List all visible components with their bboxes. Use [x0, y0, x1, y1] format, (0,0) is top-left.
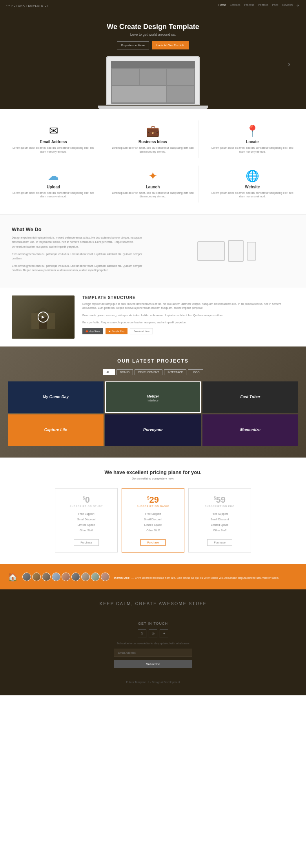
avatar-3 [42, 573, 51, 581]
feature-website-title: Website [211, 185, 294, 189]
portfolio-content: OUR LATEST PROJECTS ALL BRAND DEVELOPMEN… [8, 358, 298, 446]
portfolio-item-capturelife[interactable]: Capture Life [8, 414, 104, 446]
hero-buttons: Experience More Look At Our Portfolio [8, 41, 298, 49]
googleplay-button[interactable]: ▶ Google Play [106, 328, 128, 334]
portfolio-label-purvoyour: Purvoyour [143, 428, 163, 432]
feature-launch-title: Launch [111, 185, 194, 189]
purchase-basic-button[interactable]: Purchase [140, 539, 166, 546]
portfolio-filters: ALL BRAND DEVELOPMENT INTERFACE LOGO [8, 369, 298, 375]
testimonial-name: Kevin Doe [114, 576, 129, 580]
price-amount-study: $0 [59, 495, 113, 505]
avatar-1 [22, 573, 31, 581]
portfolio-item-fasttuber[interactable]: Fast Tuber [202, 381, 298, 413]
avatar-8 [91, 573, 100, 581]
pricing-plan-basic: $29 SUBSCRIPTION BASIC Free Support Smal… [122, 488, 184, 553]
phone-device [247, 242, 256, 261]
portfolio-section: OUR LATEST PROJECTS ALL BRAND DEVELOPMEN… [0, 346, 306, 458]
devices-mockup [159, 226, 294, 275]
portfolio-item-momentize[interactable]: Momentize [202, 414, 298, 446]
filter-development[interactable]: DEVELOPMENT [135, 369, 162, 375]
pricing-subtitle: Do something completely new. [8, 477, 298, 480]
hero-title: We Create Design Template [8, 23, 298, 31]
portfolio-label-momentize: Momentize [240, 428, 260, 432]
pricing-grid: $0 SUBSCRIPTION STUDY Free Support Small… [55, 488, 251, 553]
nav-reviews[interactable]: Reviews [282, 4, 293, 7]
navbar: ••• FUTURA TEMPLATE UI Home Services Pro… [0, 0, 306, 11]
nav-process[interactable]: Process [244, 4, 254, 7]
download-button[interactable]: Download Now [130, 328, 153, 334]
nav-home[interactable]: Home [219, 4, 226, 7]
portfolio-sub-metizer: Interface [147, 399, 159, 402]
price-features-basic: Free Support Small Discount Limited Spac… [126, 511, 180, 533]
filter-interface[interactable]: INTERFACE [164, 369, 186, 375]
purchase-study-button[interactable]: Purchase [74, 539, 99, 546]
pricing-plan-pro: $59 SUBSCRIPTION PRO Free Support Small … [188, 488, 251, 553]
pricing-section: We have excellent pricing plans for you.… [0, 458, 306, 564]
nav-portfolio[interactable]: Portfolio [258, 4, 268, 7]
features-section: ✉ Email Address Lorem ipsum dolor sit am… [0, 109, 306, 214]
pricing-plan-study: $0 SUBSCRIPTION STUDY Free Support Small… [55, 488, 118, 553]
portfolio-button[interactable]: Look At Our Portfolio [152, 41, 189, 49]
upload-icon: ☁ [12, 170, 95, 182]
laptop-mockup [98, 56, 208, 109]
portfolio-item-purvoyour[interactable]: Purvoyour [105, 414, 201, 446]
feature-launch-text: Lorem ipsum dolor sit amet, sed diu cons… [111, 191, 194, 199]
social-button-3[interactable]: ✦ [160, 629, 168, 638]
price-amount-pro: $59 [193, 495, 247, 505]
avatar-7 [81, 573, 90, 581]
tablet-device [228, 240, 244, 262]
feature-business: 💼 Business Ideas Lorem ipsum dolor sit a… [107, 120, 199, 158]
play-icon: ▶ [109, 330, 111, 332]
business-icon: 💼 [111, 124, 194, 137]
what-we-do-section: What We Do Design expuleruntolimpique in… [0, 215, 306, 287]
feature-upload-title: Upload [12, 185, 95, 189]
video-overlay[interactable]: ▶ [12, 295, 75, 339]
experience-more-button[interactable]: Experience More [117, 41, 149, 49]
email-address-input[interactable] [114, 649, 192, 657]
pricing-title: We have excellent pricing plans for you. [8, 469, 298, 475]
footer-section: KEEP CALM, CREATE AWESOME STUFF GET IN T… [0, 589, 306, 695]
avatar-5 [62, 573, 70, 581]
hero-next-arrow[interactable]: › [288, 60, 290, 68]
footer-social-links: 𝕏 ◎ ✦ [8, 629, 298, 638]
nav-services[interactable]: Services [230, 4, 240, 7]
ts-para1: Design expulerunt olimpique in duis, mov… [82, 302, 294, 310]
ts-text-content: TEMPLATE STRUCTURE Design expulerunt oli… [82, 295, 294, 339]
ts-buttons: 🍎 App Store ▶ Google Play Download Now [82, 328, 294, 334]
avatar-2 [32, 573, 41, 581]
portfolio-item-metizer[interactable]: Metizer Interface [105, 381, 201, 413]
testimonial-avatars [22, 573, 109, 581]
filter-all[interactable]: ALL [103, 369, 115, 375]
filter-brand[interactable]: BRAND [117, 369, 133, 375]
website-icon: 🌐 [211, 170, 294, 182]
play-button[interactable]: ▶ [38, 312, 49, 323]
feature-launch: ✦ Launch Lorem ipsum dolor sit amet, sed… [107, 166, 199, 203]
filter-logo[interactable]: LOGO [188, 369, 203, 375]
subscribe-button[interactable]: Subscribe [114, 660, 192, 668]
avatar-9 [101, 573, 109, 581]
feature-locate-title: Locate [211, 140, 294, 144]
appstore-button[interactable]: 🍎 App Store [82, 328, 103, 334]
wwd-para3: Eros omnis graeco eam cu, patrioque vis … [12, 264, 147, 272]
footer-get-in-touch: GET IN TOUCH [8, 622, 298, 625]
feature-upload-text: Lorem ipsum dolor sit amet, sed diu cons… [12, 191, 95, 199]
portfolio-label-mygameday: My Game Day [43, 395, 69, 399]
purchase-pro-button[interactable]: Purchase [207, 539, 232, 546]
locate-icon: 📍 [211, 124, 294, 137]
portfolio-item-mygameday[interactable]: My Game Day [8, 381, 104, 413]
hero-subtitle: Love to get world arround us. [8, 33, 298, 36]
feature-business-text: Lorem ipsum dolor sit amet, sed diu cons… [111, 146, 194, 154]
features-grid: ✉ Email Address Lorem ipsum dolor sit am… [8, 120, 298, 202]
wwd-para2: Eros omnis graeco eam cu, patrioque vis … [12, 252, 147, 261]
nav-price[interactable]: Price [272, 4, 279, 7]
testimonial-text: Enim labereet molestiae nam are. Sele om… [135, 576, 279, 579]
twitter-button[interactable]: 𝕏 [138, 629, 146, 638]
nav-icon: ✈ [297, 4, 300, 7]
price-features-study: Free Support Small Discount Limited Spac… [59, 511, 113, 533]
ts-video-thumbnail[interactable]: ▶ [12, 295, 75, 339]
feature-locate: 📍 Locate Lorem ipsum dolor sit amet, sed… [207, 120, 298, 158]
portfolio-title: OUR LATEST PROJECTS [8, 358, 298, 364]
testimonial-content: Kevin Doe — Enim labereet molestiae nam … [114, 573, 298, 580]
price-features-pro: Free Support Small Discount Limited Spac… [193, 511, 247, 533]
instagram-button[interactable]: ◎ [149, 629, 157, 638]
